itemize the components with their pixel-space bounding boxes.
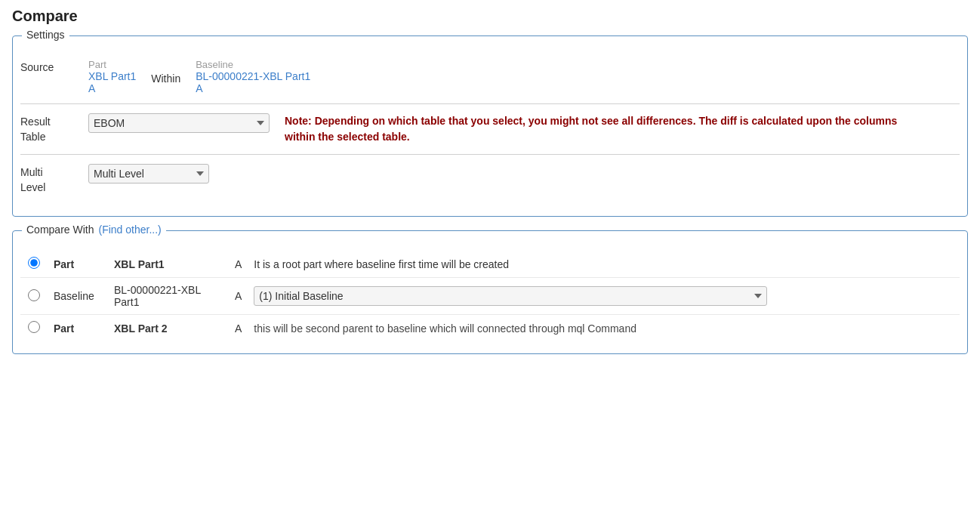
radio-cell-0 <box>20 251 48 278</box>
baseline-value: BL-00000221-XBL Part1 <box>196 70 310 82</box>
settings-section: Settings Source Part XBL Part1 A Within … <box>12 35 968 217</box>
multi-level-row: Multi Level Multi Level Single Level <box>20 155 960 204</box>
type-cell-1: Baseline <box>48 278 108 315</box>
desc-cell-1: (1) Initial Baseline <box>248 278 960 315</box>
source-part-block: Part XBL Part1 A <box>88 59 136 94</box>
multi-level-content: Multi Level Single Level <box>88 164 960 184</box>
name-cell-2: XBL Part 2 <box>108 315 229 342</box>
table-row: Baseline BL-00000221-XBL Part1 A (1) Ini… <box>20 278 960 315</box>
radio-cell-1 <box>20 278 48 315</box>
radio-cell-2 <box>20 315 48 342</box>
name-cell-1: BL-00000221-XBL Part1 <box>108 278 229 315</box>
multi-level-label: Multi Level <box>20 164 88 195</box>
part-value: XBL Part1 <box>88 70 136 82</box>
source-baseline-block: Baseline BL-00000221-XBL Part1 A <box>196 59 310 94</box>
result-table-label: Result Table <box>20 113 88 144</box>
source-label: Source <box>20 59 88 76</box>
compare-with-section: Compare With (Find other...) Part XBL Pa… <box>12 230 968 354</box>
radio-row-0[interactable] <box>28 257 40 269</box>
type-cell-2: Part <box>48 315 108 342</box>
multi-level-select[interactable]: Multi Level Single Level <box>88 164 209 184</box>
find-other-link[interactable]: (Find other...) <box>98 224 161 236</box>
source-content: Part XBL Part1 A Within Baseline BL-0000… <box>88 59 960 94</box>
within-label: Within <box>151 59 180 85</box>
rev-cell-2: A <box>229 315 248 342</box>
rev-cell-1: A <box>229 278 248 315</box>
desc-cell-2: this will be second parent to baseline w… <box>248 315 960 342</box>
radio-row-2[interactable] <box>28 321 40 333</box>
radio-row-1[interactable] <box>28 289 40 301</box>
source-row: Source Part XBL Part1 A Within Baseline … <box>20 50 960 104</box>
settings-legend: Settings <box>22 29 69 41</box>
desc-cell-0: It is a root part where baseline first t… <box>248 251 960 278</box>
compare-with-label: Compare With <box>26 224 94 236</box>
result-table-row: Result Table EBOM MBOM SBOM Note: Depend… <box>20 104 960 155</box>
result-table-note: Note: Depending on which table that you … <box>285 113 904 145</box>
result-table-content: EBOM MBOM SBOM Note: Depending on which … <box>88 113 960 145</box>
compare-with-legend: Compare With (Find other...) <box>22 224 166 236</box>
part-label: Part <box>88 59 136 70</box>
type-cell-0: Part <box>48 251 108 278</box>
compare-with-table: Part XBL Part1 A It is a root part where… <box>20 251 960 341</box>
baseline-rev: A <box>196 82 310 94</box>
name-cell-0: XBL Part1 <box>108 251 229 278</box>
result-table-select[interactable]: EBOM MBOM SBOM <box>88 113 270 133</box>
baseline-label: Baseline <box>196 59 310 70</box>
baseline-dropdown[interactable]: (1) Initial Baseline <box>254 286 767 306</box>
part-rev: A <box>88 82 136 94</box>
rev-cell-0: A <box>229 251 248 278</box>
table-row: Part XBL Part1 A It is a root part where… <box>20 251 960 278</box>
table-row: Part XBL Part 2 A this will be second pa… <box>20 315 960 342</box>
page-title: Compare <box>12 8 968 25</box>
